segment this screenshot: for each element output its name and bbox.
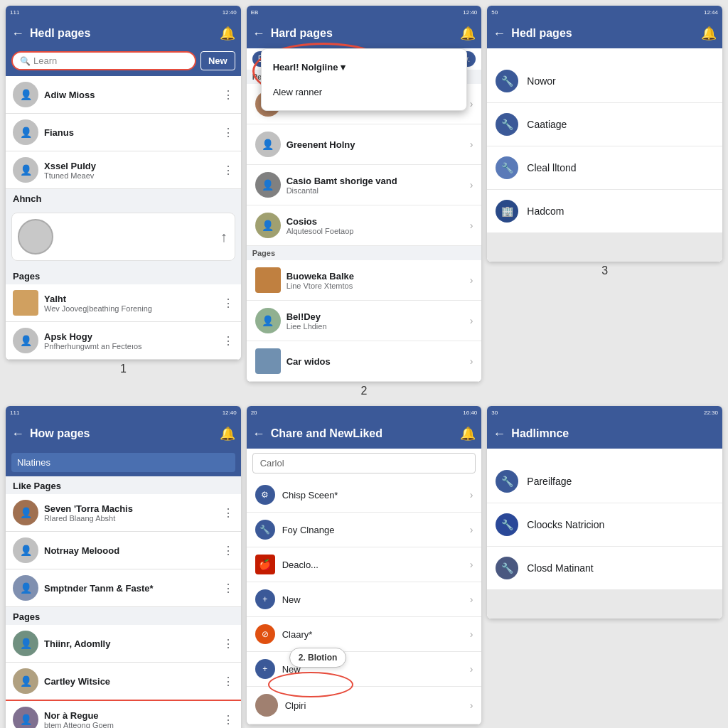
- avatar: 👤: [255, 213, 281, 238]
- action-label[interactable]: Deaclo...: [282, 560, 463, 570]
- settings-icon: 🔧: [496, 156, 518, 179]
- up-arrow-icon[interactable]: ↑: [220, 229, 228, 245]
- phone-5: 20 16:40 ← Chare and NewLiked 🔔 Carlol ⚙…: [247, 406, 482, 724]
- action-label[interactable]: Chisp Sceen*: [282, 490, 463, 500]
- notification-icon-1[interactable]: 🔔: [220, 26, 235, 41]
- more-icon[interactable]: ⋮: [223, 296, 234, 310]
- search-field-5[interactable]: Carlol: [252, 453, 476, 473]
- phone-3: 50 12:44 ← Hedl pages 🔔 🔧 Nowor 🔧 Caatia…: [487, 6, 722, 262]
- status-left-1: 111: [10, 9, 19, 16]
- header-4: ← How pages 🔔: [6, 419, 241, 449]
- action-item: 🍎 Deaclo... ›: [247, 547, 482, 582]
- settings-item: 🔧 Closd Matinant: [487, 547, 722, 590]
- status-right-6: 22:30: [704, 410, 718, 416]
- search-container-1: 🔍 Learn New: [6, 48, 241, 76]
- item-sub: btem Atteong Goem: [44, 721, 217, 729]
- suggestion-card: ↑: [11, 213, 235, 261]
- more-icon[interactable]: ⋮: [223, 582, 234, 595]
- item-name: Cosios: [287, 216, 470, 227]
- item-sub: Pnfherhungwmt an Fecteıos: [44, 342, 217, 350]
- chevron-icon: ›: [470, 663, 473, 675]
- blue-search-field[interactable]: Nlatines: [11, 453, 235, 472]
- settings-icon: 🔧: [496, 70, 518, 92]
- back-button-1[interactable]: ←: [11, 26, 24, 41]
- action-label[interactable]: Foy Clnange: [282, 525, 463, 535]
- avatar: [255, 694, 278, 717]
- chevron-icon: ›: [470, 594, 473, 605]
- more-icon[interactable]: ⋮: [223, 675, 234, 688]
- list-item: 👤 Notrнay Meloood ⋮: [6, 532, 241, 569]
- chevron-icon: ›: [470, 274, 473, 286]
- settings-item: 🔧 Cleal lltond: [487, 146, 722, 190]
- notification-icon-5[interactable]: 🔔: [460, 426, 476, 441]
- page-title-4: How pages: [30, 427, 214, 440]
- notification-icon-3[interactable]: 🔔: [701, 26, 717, 41]
- settings-item: 🔧 Caatiage: [487, 103, 722, 146]
- notification-icon-4[interactable]: 🔔: [220, 426, 235, 441]
- status-right-1: 12:40: [223, 9, 237, 16]
- back-button-2[interactable]: ←: [252, 26, 265, 41]
- settings-label[interactable]: Caatiage: [527, 119, 567, 130]
- settings-item: 🏢 Hadcom: [487, 190, 722, 233]
- back-button-5[interactable]: ←: [252, 427, 265, 441]
- item-name: Thiinr, Adomlly: [44, 638, 217, 649]
- dropdown-option-1[interactable]: Hearl! Nolgiine ▾: [262, 55, 467, 80]
- list-item: 👤 Smptnder Tanm & Faste* ⋮: [6, 569, 241, 607]
- more-icon[interactable]: ⋮: [223, 126, 234, 139]
- back-button-4[interactable]: ←: [11, 427, 24, 441]
- more-icon[interactable]: ⋮: [223, 164, 234, 177]
- settings-label[interactable]: Nowor: [527, 75, 555, 87]
- list-item: 👤 Fianus ⋮: [6, 114, 241, 151]
- content-4: Like Pages 👤 Seven 'Torra Machis Rlared …: [6, 476, 241, 728]
- item-sub: Line Vtore Xtemtos: [287, 282, 470, 290]
- action-item: + New ›: [247, 652, 482, 687]
- section-header-ahnch: Ahnch: [6, 189, 241, 207]
- action-label[interactable]: Claary*: [282, 629, 463, 640]
- search-wrapper-1: 🔍 Learn: [11, 51, 196, 70]
- more-icon[interactable]: ⋮: [223, 637, 234, 651]
- settings-icon: 🔧: [496, 557, 518, 579]
- list-item: 👤 Greenent Holny ›: [247, 124, 482, 165]
- item-name: Greenent Holny: [287, 139, 470, 150]
- header-6: ← Hadlimnce: [487, 419, 722, 449]
- settings-label[interactable]: Cloocks Natricion: [527, 519, 604, 530]
- action-icon: ⊘: [255, 624, 275, 644]
- page-avatar: [13, 290, 38, 316]
- back-button-3[interactable]: ←: [493, 26, 505, 41]
- action-label[interactable]: Clpiri: [285, 700, 463, 711]
- chevron-icon: ›: [470, 559, 473, 570]
- settings-label[interactable]: Hadcom: [527, 205, 564, 217]
- content-5: ⚙ Chisp Sceen* › 🔧 Foy Clnange › 🍎 Deacl…: [247, 478, 482, 724]
- item-name: Nor à Regue: [44, 710, 217, 721]
- like-pages-section: Like Pages: [6, 476, 241, 494]
- more-icon[interactable]: ⋮: [223, 713, 234, 727]
- avatar: 👤: [255, 132, 281, 157]
- more-icon[interactable]: ⋮: [223, 544, 234, 557]
- pages-section-4: Pages: [6, 607, 241, 625]
- action-label[interactable]: New: [282, 594, 463, 605]
- back-button-6[interactable]: ←: [493, 427, 505, 441]
- settings-label[interactable]: Closd Matinant: [527, 562, 593, 574]
- action-item: Clpiri ›: [247, 687, 482, 724]
- new-button-1[interactable]: New: [200, 51, 235, 70]
- list-item: Buoweka Balke Line Vtore Xtemtos ›: [247, 260, 482, 301]
- notification-icon-2[interactable]: 🔔: [460, 26, 476, 41]
- settings-label[interactable]: Cleal lltond: [527, 162, 576, 173]
- list-item: 👤 Cosios Alqutesool Foetaop ›: [247, 205, 482, 246]
- chevron-icon: ›: [470, 700, 473, 711]
- settings-label[interactable]: Pareilfage: [527, 476, 572, 487]
- status-right-2: 12:40: [463, 9, 477, 16]
- status-bar-3: 50 12:44: [487, 6, 722, 18]
- item-sub: Ttuned Meaev: [44, 171, 217, 180]
- more-icon[interactable]: ⋮: [223, 88, 234, 102]
- phone-4: 111 12:40 ← How pages 🔔 Nlatines Like Pa…: [6, 406, 241, 728]
- phone-number-2: 2: [247, 382, 482, 400]
- list-item: 👤 Bel!Dey Liee Lhdien ›: [247, 301, 482, 341]
- header-1: ← Hedl pages 🔔: [6, 18, 241, 48]
- more-icon[interactable]: ⋮: [223, 506, 234, 520]
- settings-icon: 🔧: [496, 513, 518, 536]
- dropdown-option-2[interactable]: Alew ranner: [262, 80, 467, 105]
- item-sub: Liee Lhdien: [287, 322, 470, 331]
- item-name: Apsk Hogy: [44, 331, 217, 342]
- more-icon[interactable]: ⋮: [223, 334, 234, 348]
